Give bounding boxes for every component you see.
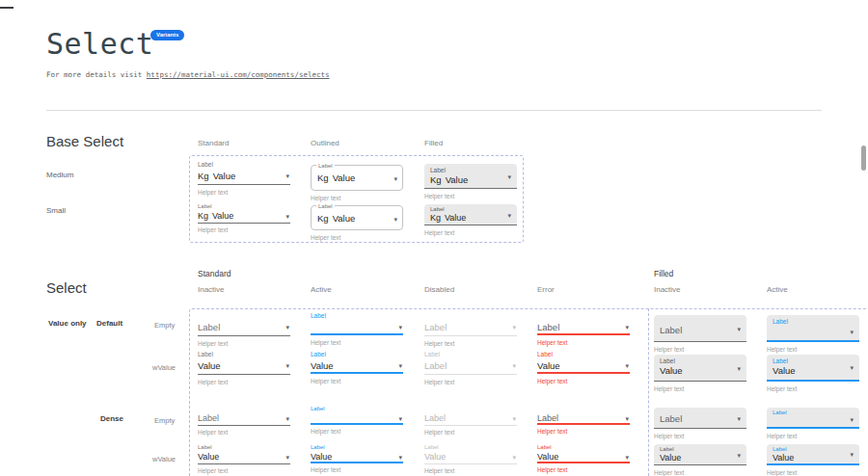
helper-text: Helper text [424, 193, 517, 199]
select-value: Value [446, 174, 469, 185]
floating-label: Label [773, 318, 854, 326]
floating-label [198, 312, 290, 320]
select-value: Value [424, 452, 446, 462]
dropdown-arrow-icon: ▾ [737, 452, 741, 459]
select-trigger[interactable]: Label ▾ [767, 315, 859, 342]
helper-text: Helper text [424, 429, 517, 436]
select-trigger[interactable]: Value▾ [537, 358, 630, 374]
select-trigger[interactable]: Label KgValue ▾ [424, 164, 517, 189]
row-label-small: Small [46, 206, 66, 215]
select-trigger[interactable]: Label Value ▾ [767, 355, 859, 382]
helper-text: Helper text [424, 229, 517, 236]
select-trigger[interactable]: KgValue ▾ [198, 169, 290, 185]
select-value: Value [311, 452, 332, 462]
select-standard-inactive-empty: Label▾ Helper text [198, 312, 290, 347]
dropdown-arrow-icon: ▾ [285, 362, 289, 369]
dropdown-arrow-icon: ▾ [512, 415, 516, 422]
helper-text: Helper text [424, 379, 517, 385]
select-value: Value [773, 365, 854, 377]
adornment: Kg [198, 171, 209, 181]
base-select-heading: Base Select [46, 133, 123, 149]
select-dense-error-empty: Label▾ Helper text [537, 406, 630, 435]
helper-text: Helper text [311, 234, 403, 241]
select-placeholder: Label [424, 322, 447, 332]
floating-label [537, 406, 630, 412]
helper-text: Helper text [767, 433, 859, 439]
dropdown-arrow-icon: ▾ [625, 324, 629, 331]
helper-text: Helper text [424, 340, 517, 347]
helper-text: Helper text [767, 385, 859, 392]
base-outlined-medium: Label KgValue ▾ Helper text [311, 165, 403, 201]
select-trigger[interactable]: Value▾ [537, 451, 630, 463]
select-dense-disabled-empty: Label▾ Helper text [424, 406, 517, 436]
dropdown-arrow-icon: ▾ [393, 216, 397, 223]
select-trigger[interactable]: Label Value ▾ [767, 444, 859, 465]
base-standard-small: Label KgValue ▾ Helper text [198, 203, 290, 233]
floating-label: Label [424, 444, 517, 451]
docs-link[interactable]: https://material-ui.com/components/selec… [147, 70, 330, 79]
subtitle: For more details visit https://material-… [46, 70, 330, 79]
floating-label: Label [198, 161, 290, 169]
select-trigger[interactable]: Label ▾ [767, 408, 859, 429]
select-trigger[interactable]: ▾ [311, 320, 403, 335]
variants-badge: Variants [150, 30, 184, 40]
select-trigger[interactable]: Label KgValue ▾ [311, 165, 403, 191]
dropdown-arrow-icon: ▾ [507, 212, 511, 219]
scrollbar-thumb[interactable] [861, 145, 866, 171]
select-trigger[interactable]: Value▾ [311, 358, 403, 374]
dropdown-arrow-icon: ▾ [737, 365, 741, 372]
select-trigger[interactable]: Label ▾ [654, 315, 746, 342]
select-trigger[interactable]: Label KgValue ▾ [311, 205, 403, 230]
select-trigger[interactable]: Label ▾ [654, 408, 746, 429]
helper-text: Helper text [537, 339, 630, 346]
select-trigger[interactable]: Label▾ [537, 412, 630, 425]
select-placeholder: Label [198, 413, 219, 423]
select-value: Value [198, 360, 221, 371]
floating-label: Label [537, 444, 630, 451]
col-head-inactive: Inactive [198, 285, 225, 294]
select-value: Value [773, 453, 854, 463]
select-value: Value [213, 171, 236, 181]
floating-label: Label [430, 167, 511, 174]
select-value: Value [660, 453, 741, 463]
select-trigger[interactable]: Value▾ [198, 451, 290, 464]
select-trigger[interactable]: Label Value ▾ [654, 355, 746, 382]
select-trigger[interactable]: Label KgValue ▾ [424, 204, 517, 225]
select-filled-dense-active-empty: Label ▾ Helper text [767, 408, 859, 439]
dropdown-arrow-icon: ▾ [625, 454, 629, 461]
select-trigger[interactable]: Value▾ [198, 358, 290, 375]
helper-text: Helper text [537, 466, 630, 473]
select-dense-inactive-empty: Label▾ Helper text [198, 406, 290, 436]
select-dense-disabled-wvalue: Label Value▾ Helper text [424, 444, 517, 474]
select-trigger[interactable]: Label Value ▾ [654, 444, 746, 465]
col-head-disabled: Disabled [424, 285, 454, 294]
floating-label: Label [311, 444, 403, 451]
select-placeholder: Label [424, 413, 446, 423]
select-trigger[interactable]: Label▾ [198, 412, 290, 426]
dropdown-arrow-icon: ▾ [512, 324, 516, 331]
floating-label: Label [311, 406, 403, 412]
select-trigger[interactable]: Value▾ [311, 451, 403, 463]
floating-label: Label [424, 351, 517, 358]
dropdown-arrow-icon: ▾ [737, 326, 741, 332]
select-trigger[interactable]: Label▾ [198, 320, 290, 336]
adornment: Kg [317, 172, 329, 183]
group-head-standard: Standard [198, 269, 231, 278]
helper-text: Helper text [654, 469, 746, 476]
select-trigger[interactable]: Label▾ [537, 320, 630, 335]
select-dense-active-wvalue: Label Value▾ Helper text [311, 444, 403, 473]
select-value-row: KgValue [430, 213, 511, 224]
floating-label: Label [773, 446, 854, 453]
row-group-default: Default [96, 319, 122, 328]
floating-label: Label [311, 312, 403, 320]
select-trigger[interactable]: ▾ [311, 412, 403, 425]
dropdown-arrow-icon: ▾ [393, 175, 397, 182]
helper-text: Helper text [198, 226, 290, 233]
floating-label [424, 312, 517, 320]
dropdown-arrow-icon: ▾ [285, 213, 289, 220]
select-placeholder: Label [198, 322, 220, 332]
dropdown-arrow-icon: ▾ [625, 362, 629, 369]
dropdown-arrow-icon: ▾ [850, 364, 854, 371]
group-head-filled: Filled [654, 269, 673, 278]
select-trigger[interactable]: KgValue ▾ [198, 210, 290, 224]
